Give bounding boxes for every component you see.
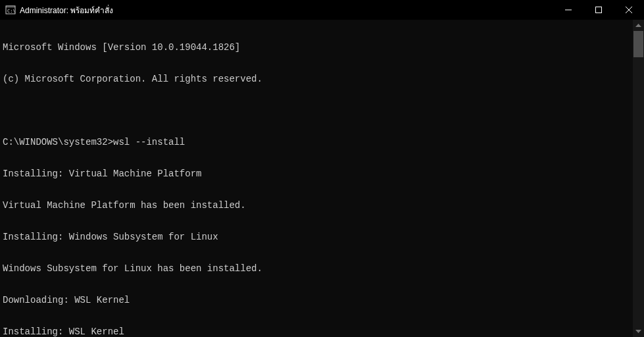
prompt-line: C:\WINDOWS\system32>wsl --install [3,137,630,147]
prompt-path: C:\WINDOWS\system32> [3,137,113,147]
svg-marker-8 [635,330,641,333]
scroll-thumb[interactable] [633,31,643,57]
copyright-line: (c) Microsoft Corporation. All rights re… [3,74,630,84]
cmd-icon: C:\ [5,5,16,15]
output-line: Windows Subsystem for Linux has been ins… [3,263,630,274]
close-button[interactable] [614,0,644,20]
output-line: Virtual Machine Platform has been instal… [3,200,630,211]
svg-text:C:\: C:\ [7,9,16,14]
window-title: Administrator: พร้อมท์คำสั่ง [20,4,553,16]
output-line: Installing: Virtual Machine Platform [3,168,630,179]
terminal-area: Microsoft Windows [Version 10.0.19044.18… [0,20,644,337]
output-line: Downloading: WSL Kernel [3,295,630,305]
blank-line [3,105,630,116]
version-line: Microsoft Windows [Version 10.0.19044.18… [3,42,630,53]
output-line: Installing: Windows Subsystem for Linux [3,232,630,242]
window-controls [553,0,644,20]
terminal-output[interactable]: Microsoft Windows [Version 10.0.19044.18… [0,20,633,337]
command-text: wsl --install [113,137,185,147]
output-line: Installing: WSL Kernel [3,326,630,337]
scrollbar[interactable] [633,20,644,337]
svg-marker-7 [635,24,641,27]
svg-rect-1 [6,6,15,8]
title-bar[interactable]: C:\ Administrator: พร้อมท์คำสั่ง [0,0,644,20]
maximize-button[interactable] [583,0,614,20]
scroll-down-button[interactable] [633,326,644,337]
scroll-up-button[interactable] [633,20,644,31]
svg-rect-4 [596,7,602,13]
minimize-button[interactable] [553,0,583,20]
